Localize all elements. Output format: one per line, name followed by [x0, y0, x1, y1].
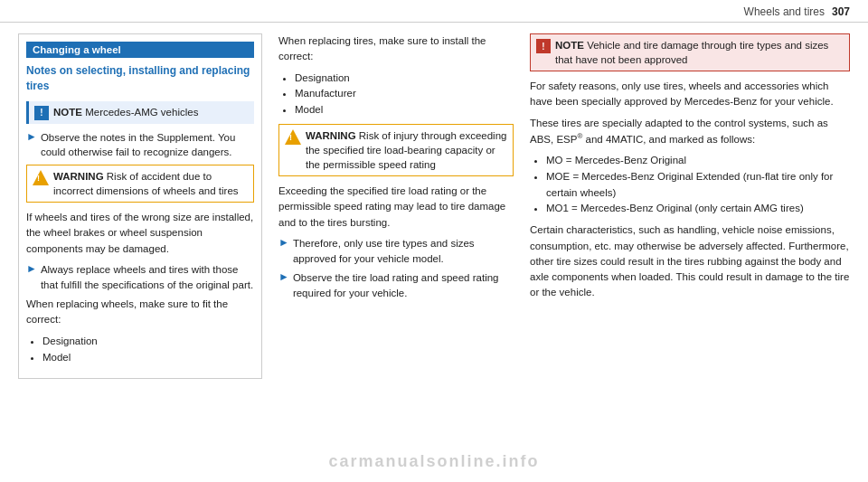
- list-item: MOE = Mercedes-Benz Original Extended (r…: [546, 169, 850, 202]
- list-item: MO = Mercedes-Benz Original: [546, 153, 850, 169]
- header-title: Wheels and tires: [744, 5, 825, 18]
- list-item: Designation: [295, 71, 514, 87]
- page-header: Wheels and tires 307: [0, 0, 868, 23]
- list-item: Model: [42, 350, 254, 366]
- center-arrow-icon-1: ►: [278, 236, 289, 249]
- left-para-1: If wheels and tires of the wrong size ar…: [26, 210, 254, 257]
- arrow-icon-2: ►: [26, 262, 37, 275]
- warning-box-2: WARNING Risk of injury through exceeding…: [278, 124, 514, 176]
- warning-text-1: WARNING Risk of accident due to incorrec…: [53, 169, 248, 198]
- left-bullet-list: Designation Model: [26, 334, 254, 366]
- left-column-box: Changing a wheel Notes on selecting, ins…: [18, 33, 262, 379]
- center-column: When replacing tires, make sure to insta…: [278, 33, 514, 468]
- warning-text-2: WARNING Risk of injury through exceeding…: [306, 128, 507, 172]
- center-arrow-1: ► Therefore, only use tire types and siz…: [278, 236, 514, 266]
- right-note-text: NOTE Vehicle and tire damage through tir…: [555, 38, 844, 67]
- list-item: Model: [295, 102, 514, 118]
- list-item: MO1 = Mercedes-Benz Original (only certa…: [546, 201, 850, 217]
- note-amg: ! NOTE Mercedes-AMG vehicles: [26, 101, 254, 124]
- arrow-icon-1: ►: [26, 130, 37, 143]
- section-header: Changing a wheel: [26, 42, 254, 58]
- right-para-1: For safety reasons, only use tires, whee…: [530, 79, 850, 110]
- warning-box-1: WARNING Risk of accident due to incorrec…: [26, 165, 254, 203]
- center-arrow-2: ► Observe the tire load rating and speed…: [278, 270, 514, 300]
- watermark: carmanualsonline.info: [328, 452, 539, 471]
- list-item: Manufacturer: [295, 86, 514, 102]
- right-note-icon: !: [536, 39, 551, 53]
- right-column: ! NOTE Vehicle and tire damage through t…: [530, 33, 850, 468]
- page-number: 307: [832, 5, 850, 18]
- arrow-text-1: Observe the notes in the Supplement. You…: [41, 130, 254, 160]
- left-column: Changing a wheel Notes on selecting, ins…: [18, 33, 262, 468]
- right-bullet-list: MO = Mercedes-Benz Original MOE = Merced…: [530, 153, 850, 217]
- arrow-item-2: ► Always replace wheels and tires with t…: [26, 262, 254, 292]
- center-arrow-text-2: Observe the tire load rating and speed r…: [293, 270, 514, 300]
- warning-icon-2: [285, 129, 301, 145]
- list-item: Designation: [42, 334, 254, 350]
- right-note-box: ! NOTE Vehicle and tire damage through t…: [530, 33, 850, 71]
- center-arrow-text-1: Therefore, only use tire types and sizes…: [293, 236, 514, 266]
- center-bullet-list-1: Designation Manufacturer Model: [278, 71, 514, 118]
- warning-icon-1: [33, 170, 49, 185]
- note-icon: !: [34, 106, 49, 120]
- arrow-text-2: Always replace wheels and tires with tho…: [41, 262, 254, 292]
- left-subheading: Notes on selecting, installing and repla…: [26, 63, 254, 94]
- center-para-1: Exceeding the specified tire load rating…: [278, 184, 514, 231]
- content-area: Changing a wheel Notes on selecting, ins…: [0, 23, 868, 477]
- right-para-3: Certain characteristics, such as handlin…: [530, 222, 850, 300]
- center-intro: When replacing tires, make sure to insta…: [278, 33, 514, 65]
- left-para-2: When replacing wheels, make sure to fit …: [26, 297, 254, 328]
- note-amg-text: NOTE Mercedes-AMG vehicles: [53, 105, 198, 119]
- center-arrow-icon-2: ►: [278, 270, 289, 283]
- arrow-item-1: ► Observe the notes in the Supplement. Y…: [26, 130, 254, 160]
- right-para-2: These tires are specially adapted to the…: [530, 116, 850, 147]
